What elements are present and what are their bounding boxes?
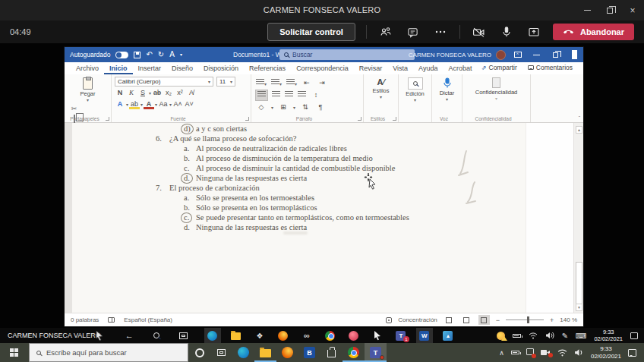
microsoft-store-icon[interactable] bbox=[320, 343, 343, 362]
text-effects-button[interactable]: A bbox=[115, 99, 125, 109]
pen-icon[interactable]: ✎ bbox=[562, 332, 568, 340]
subscript-button[interactable]: x₂ bbox=[163, 88, 174, 98]
font-color-dropdown[interactable]: ▾ bbox=[155, 102, 157, 107]
local-firefox-icon[interactable] bbox=[276, 343, 298, 362]
zoom-level[interactable]: 140 % bbox=[560, 316, 577, 323]
taskbar-dropbox-icon[interactable]: ❖ bbox=[251, 328, 268, 343]
redo-icon[interactable]: ↻ bbox=[158, 51, 164, 58]
back-button[interactable]: ← bbox=[125, 331, 134, 340]
highlight-dropdown[interactable]: ▾ bbox=[140, 102, 143, 107]
numbering-button[interactable]: ▾ bbox=[271, 79, 282, 87]
battery-icon[interactable] bbox=[513, 334, 521, 338]
increase-indent-button[interactable]: ⇥ bbox=[317, 78, 327, 88]
shrink-font-button[interactable]: A˅ bbox=[184, 99, 194, 109]
local-b-app-icon[interactable]: B bbox=[298, 343, 320, 362]
borders-button[interactable]: ⊞ bbox=[278, 102, 289, 112]
local-wifi-icon[interactable] bbox=[557, 348, 567, 357]
user-avatar[interactable] bbox=[496, 50, 506, 60]
superscript-button[interactable]: x² bbox=[175, 88, 185, 98]
minimize-button[interactable] bbox=[576, 0, 598, 20]
proofing-icon[interactable] bbox=[108, 317, 115, 323]
taskbar-loop-app-icon[interactable]: ∞ bbox=[298, 328, 315, 343]
align-left-button[interactable] bbox=[256, 90, 267, 100]
confidentiality-button[interactable]: Confidencialidad ▾ bbox=[466, 77, 527, 102]
volume-icon[interactable] bbox=[545, 332, 554, 339]
taskbar-word-icon[interactable]: W bbox=[416, 328, 433, 343]
local-volume-icon[interactable] bbox=[574, 348, 584, 357]
word-search-box[interactable] bbox=[279, 49, 415, 60]
autosave-toggle[interactable] bbox=[115, 52, 128, 58]
more-options-icon[interactable] bbox=[432, 24, 449, 40]
undo-icon[interactable]: ↶ bbox=[146, 51, 152, 58]
task-view-icon[interactable] bbox=[179, 332, 188, 339]
task-view-icon[interactable] bbox=[210, 343, 232, 362]
customize-toolbar-icon[interactable]: ▾ bbox=[180, 52, 182, 57]
scrollbar-thumb[interactable] bbox=[576, 262, 582, 305]
share-button[interactable]: ⇗ Compartir bbox=[477, 62, 522, 73]
zoom-out-button[interactable]: − bbox=[496, 316, 500, 324]
microphone-icon[interactable] bbox=[498, 24, 515, 40]
taskbar-search-input[interactable] bbox=[46, 348, 181, 357]
collapse-ribbon-icon[interactable]: ˆ bbox=[579, 115, 580, 121]
word-count[interactable]: 0 palabras bbox=[71, 316, 99, 323]
text-effects-dropdown[interactable]: ▾ bbox=[126, 102, 128, 107]
strikethrough-button[interactable]: ab bbox=[152, 88, 163, 98]
shading-button[interactable]: ◇ bbox=[256, 102, 267, 112]
taskbar-search-box[interactable] bbox=[29, 343, 188, 362]
ribbon-tab[interactable]: Diseño bbox=[166, 63, 198, 74]
local-battery-icon[interactable] bbox=[511, 351, 519, 354]
dictate-button[interactable]: Dictar ▾ bbox=[435, 77, 459, 102]
camera-blocked-icon[interactable] bbox=[541, 349, 551, 356]
ribbon-tab[interactable]: Acrobat bbox=[443, 63, 477, 74]
ribbon-tab[interactable]: Inicio bbox=[104, 63, 133, 74]
badge-notification-icon[interactable] bbox=[526, 348, 534, 357]
taskbar-photos-icon[interactable]: ▲ bbox=[440, 328, 456, 343]
zoom-in-button[interactable]: + bbox=[550, 316, 554, 324]
ribbon-tab[interactable]: Revisar bbox=[354, 63, 388, 74]
sort-button[interactable]: ⇅ bbox=[300, 102, 311, 112]
paste-button[interactable]: Pegar ▾ bbox=[68, 77, 108, 103]
font-name-select[interactable]: Calibri (Cuerpo)▾ bbox=[115, 77, 213, 87]
weather-tray-icon[interactable] bbox=[497, 332, 505, 340]
taskbar-file-explorer-icon[interactable] bbox=[228, 328, 245, 343]
save-icon[interactable] bbox=[134, 52, 140, 58]
ribbon-tab[interactable]: Correspondencia bbox=[291, 63, 354, 74]
action-center-icon[interactable] bbox=[628, 349, 636, 357]
taskbar-chrome-icon[interactable] bbox=[322, 328, 339, 343]
highlight-button[interactable]: ab bbox=[129, 99, 140, 109]
clear-formatting-button[interactable]: A̸ bbox=[186, 88, 197, 98]
request-control-button[interactable]: Solicitar control bbox=[267, 23, 355, 41]
touch-keyboard-icon[interactable]: ⌨ bbox=[576, 332, 586, 340]
align-center-button[interactable] bbox=[272, 91, 280, 99]
ribbon-tab[interactable]: Referencias bbox=[244, 63, 291, 74]
language-indicator[interactable]: Español (España) bbox=[124, 316, 172, 323]
bullets-button[interactable]: ▾ bbox=[256, 79, 267, 87]
align-right-button[interactable] bbox=[285, 91, 293, 99]
ribbon-tab[interactable]: Ayuda bbox=[413, 63, 443, 74]
italic-button[interactable]: K bbox=[126, 88, 137, 98]
start-button[interactable] bbox=[0, 343, 29, 362]
share-screen-icon[interactable] bbox=[526, 24, 542, 40]
ribbon-tab[interactable]: Disposición bbox=[198, 63, 244, 74]
font-dialog-launcher[interactable] bbox=[245, 117, 249, 121]
underline-button[interactable]: S bbox=[137, 88, 148, 98]
network-icon[interactable] bbox=[529, 332, 538, 339]
word-restore-button[interactable] bbox=[548, 47, 563, 62]
taskbar-firefox-icon[interactable] bbox=[275, 328, 292, 343]
scroll-up-button[interactable]: ▲ bbox=[576, 126, 582, 134]
word-minimize-button[interactable] bbox=[529, 47, 544, 62]
camera-off-icon[interactable] bbox=[471, 24, 488, 40]
close-button[interactable]: × bbox=[621, 0, 644, 20]
change-case-dropdown[interactable]: ▾ bbox=[169, 102, 172, 107]
ribbon-display-options-icon[interactable]: ^ bbox=[510, 47, 525, 62]
paragraph-marks-button[interactable]: ¶ bbox=[315, 102, 326, 112]
grow-font-button[interactable]: A˄ bbox=[172, 99, 183, 109]
ribbon-tab[interactable]: Vista bbox=[387, 63, 413, 74]
styles-dialog-launcher[interactable] bbox=[393, 117, 396, 121]
print-layout-button[interactable] bbox=[461, 315, 472, 325]
font-color-button[interactable]: A bbox=[144, 99, 154, 109]
font-size-select[interactable]: 11▾ bbox=[216, 77, 235, 87]
leave-call-button[interactable]: Abandonar bbox=[553, 24, 634, 40]
notifications-icon[interactable] bbox=[630, 332, 638, 339]
underline-dropdown[interactable]: ▾ bbox=[149, 91, 151, 96]
